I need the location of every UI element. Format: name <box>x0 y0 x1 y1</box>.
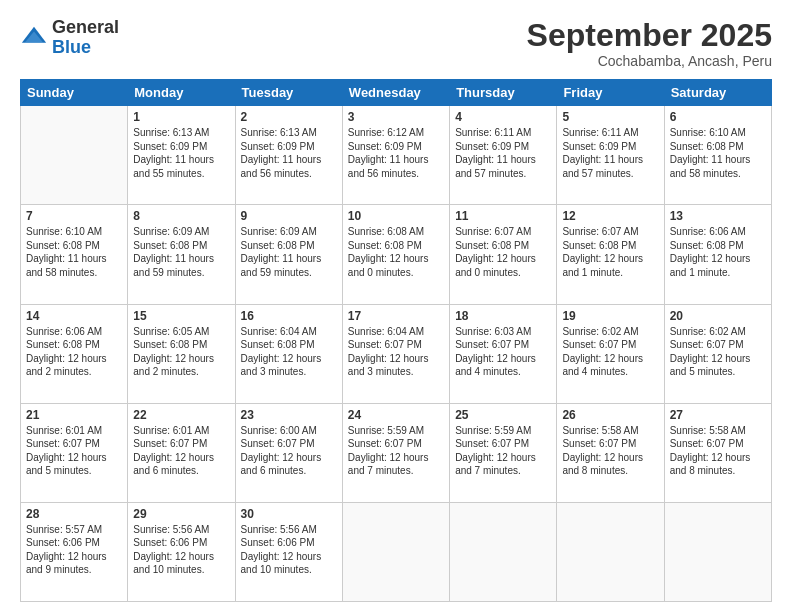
day-number: 3 <box>348 110 444 124</box>
table-row: 20Sunrise: 6:02 AM Sunset: 6:07 PM Dayli… <box>664 304 771 403</box>
cell-content: Sunrise: 6:05 AM Sunset: 6:08 PM Dayligh… <box>133 325 229 379</box>
day-number: 29 <box>133 507 229 521</box>
location: Cochabamba, Ancash, Peru <box>527 53 772 69</box>
calendar-header-row: Sunday Monday Tuesday Wednesday Thursday… <box>21 80 772 106</box>
calendar-week-1: 1Sunrise: 6:13 AM Sunset: 6:09 PM Daylig… <box>21 106 772 205</box>
day-number: 10 <box>348 209 444 223</box>
day-number: 15 <box>133 309 229 323</box>
cell-content: Sunrise: 5:57 AM Sunset: 6:06 PM Dayligh… <box>26 523 122 577</box>
day-number: 12 <box>562 209 658 223</box>
cell-content: Sunrise: 6:10 AM Sunset: 6:08 PM Dayligh… <box>670 126 766 180</box>
table-row <box>342 502 449 601</box>
day-number: 14 <box>26 309 122 323</box>
day-number: 7 <box>26 209 122 223</box>
day-number: 5 <box>562 110 658 124</box>
calendar-table: Sunday Monday Tuesday Wednesday Thursday… <box>20 79 772 602</box>
cell-content: Sunrise: 6:07 AM Sunset: 6:08 PM Dayligh… <box>562 225 658 279</box>
table-row: 9Sunrise: 6:09 AM Sunset: 6:08 PM Daylig… <box>235 205 342 304</box>
cell-content: Sunrise: 6:04 AM Sunset: 6:08 PM Dayligh… <box>241 325 337 379</box>
day-number: 2 <box>241 110 337 124</box>
cell-content: Sunrise: 6:03 AM Sunset: 6:07 PM Dayligh… <box>455 325 551 379</box>
table-row: 11Sunrise: 6:07 AM Sunset: 6:08 PM Dayli… <box>450 205 557 304</box>
cell-content: Sunrise: 6:02 AM Sunset: 6:07 PM Dayligh… <box>562 325 658 379</box>
calendar-week-3: 14Sunrise: 6:06 AM Sunset: 6:08 PM Dayli… <box>21 304 772 403</box>
day-number: 24 <box>348 408 444 422</box>
logo-icon <box>20 24 48 52</box>
cell-content: Sunrise: 6:00 AM Sunset: 6:07 PM Dayligh… <box>241 424 337 478</box>
cell-content: Sunrise: 6:06 AM Sunset: 6:08 PM Dayligh… <box>670 225 766 279</box>
day-number: 11 <box>455 209 551 223</box>
table-row: 13Sunrise: 6:06 AM Sunset: 6:08 PM Dayli… <box>664 205 771 304</box>
table-row: 17Sunrise: 6:04 AM Sunset: 6:07 PM Dayli… <box>342 304 449 403</box>
table-row: 8Sunrise: 6:09 AM Sunset: 6:08 PM Daylig… <box>128 205 235 304</box>
day-number: 9 <box>241 209 337 223</box>
page: General Blue September 2025 Cochabamba, … <box>0 0 792 612</box>
table-row: 25Sunrise: 5:59 AM Sunset: 6:07 PM Dayli… <box>450 403 557 502</box>
day-number: 6 <box>670 110 766 124</box>
table-row: 30Sunrise: 5:56 AM Sunset: 6:06 PM Dayli… <box>235 502 342 601</box>
table-row: 4Sunrise: 6:11 AM Sunset: 6:09 PM Daylig… <box>450 106 557 205</box>
title-block: September 2025 Cochabamba, Ancash, Peru <box>527 18 772 69</box>
cell-content: Sunrise: 5:58 AM Sunset: 6:07 PM Dayligh… <box>562 424 658 478</box>
table-row: 28Sunrise: 5:57 AM Sunset: 6:06 PM Dayli… <box>21 502 128 601</box>
col-friday: Friday <box>557 80 664 106</box>
day-number: 4 <box>455 110 551 124</box>
cell-content: Sunrise: 6:01 AM Sunset: 6:07 PM Dayligh… <box>26 424 122 478</box>
calendar-week-5: 28Sunrise: 5:57 AM Sunset: 6:06 PM Dayli… <box>21 502 772 601</box>
table-row <box>557 502 664 601</box>
calendar-week-2: 7Sunrise: 6:10 AM Sunset: 6:08 PM Daylig… <box>21 205 772 304</box>
col-saturday: Saturday <box>664 80 771 106</box>
table-row: 6Sunrise: 6:10 AM Sunset: 6:08 PM Daylig… <box>664 106 771 205</box>
header: General Blue September 2025 Cochabamba, … <box>20 18 772 69</box>
logo-text: General Blue <box>52 18 119 58</box>
table-row <box>21 106 128 205</box>
cell-content: Sunrise: 6:11 AM Sunset: 6:09 PM Dayligh… <box>562 126 658 180</box>
cell-content: Sunrise: 5:59 AM Sunset: 6:07 PM Dayligh… <box>348 424 444 478</box>
table-row: 2Sunrise: 6:13 AM Sunset: 6:09 PM Daylig… <box>235 106 342 205</box>
day-number: 16 <box>241 309 337 323</box>
cell-content: Sunrise: 6:11 AM Sunset: 6:09 PM Dayligh… <box>455 126 551 180</box>
day-number: 27 <box>670 408 766 422</box>
cell-content: Sunrise: 6:08 AM Sunset: 6:08 PM Dayligh… <box>348 225 444 279</box>
table-row: 12Sunrise: 6:07 AM Sunset: 6:08 PM Dayli… <box>557 205 664 304</box>
day-number: 22 <box>133 408 229 422</box>
table-row: 27Sunrise: 5:58 AM Sunset: 6:07 PM Dayli… <box>664 403 771 502</box>
cell-content: Sunrise: 6:13 AM Sunset: 6:09 PM Dayligh… <box>241 126 337 180</box>
cell-content: Sunrise: 5:56 AM Sunset: 6:06 PM Dayligh… <box>241 523 337 577</box>
day-number: 28 <box>26 507 122 521</box>
cell-content: Sunrise: 6:02 AM Sunset: 6:07 PM Dayligh… <box>670 325 766 379</box>
col-thursday: Thursday <box>450 80 557 106</box>
table-row: 23Sunrise: 6:00 AM Sunset: 6:07 PM Dayli… <box>235 403 342 502</box>
cell-content: Sunrise: 5:59 AM Sunset: 6:07 PM Dayligh… <box>455 424 551 478</box>
table-row: 16Sunrise: 6:04 AM Sunset: 6:08 PM Dayli… <box>235 304 342 403</box>
cell-content: Sunrise: 6:01 AM Sunset: 6:07 PM Dayligh… <box>133 424 229 478</box>
month-title: September 2025 <box>527 18 772 53</box>
table-row: 7Sunrise: 6:10 AM Sunset: 6:08 PM Daylig… <box>21 205 128 304</box>
logo-blue-text: Blue <box>52 38 119 58</box>
table-row: 19Sunrise: 6:02 AM Sunset: 6:07 PM Dayli… <box>557 304 664 403</box>
table-row: 3Sunrise: 6:12 AM Sunset: 6:09 PM Daylig… <box>342 106 449 205</box>
col-monday: Monday <box>128 80 235 106</box>
table-row: 1Sunrise: 6:13 AM Sunset: 6:09 PM Daylig… <box>128 106 235 205</box>
logo: General Blue <box>20 18 119 58</box>
cell-content: Sunrise: 6:10 AM Sunset: 6:08 PM Dayligh… <box>26 225 122 279</box>
table-row: 15Sunrise: 6:05 AM Sunset: 6:08 PM Dayli… <box>128 304 235 403</box>
cell-content: Sunrise: 5:58 AM Sunset: 6:07 PM Dayligh… <box>670 424 766 478</box>
table-row: 29Sunrise: 5:56 AM Sunset: 6:06 PM Dayli… <box>128 502 235 601</box>
day-number: 13 <box>670 209 766 223</box>
col-sunday: Sunday <box>21 80 128 106</box>
table-row: 24Sunrise: 5:59 AM Sunset: 6:07 PM Dayli… <box>342 403 449 502</box>
col-wednesday: Wednesday <box>342 80 449 106</box>
table-row: 10Sunrise: 6:08 AM Sunset: 6:08 PM Dayli… <box>342 205 449 304</box>
table-row: 18Sunrise: 6:03 AM Sunset: 6:07 PM Dayli… <box>450 304 557 403</box>
table-row <box>450 502 557 601</box>
col-tuesday: Tuesday <box>235 80 342 106</box>
table-row: 14Sunrise: 6:06 AM Sunset: 6:08 PM Dayli… <box>21 304 128 403</box>
table-row: 21Sunrise: 6:01 AM Sunset: 6:07 PM Dayli… <box>21 403 128 502</box>
day-number: 8 <box>133 209 229 223</box>
day-number: 25 <box>455 408 551 422</box>
cell-content: Sunrise: 6:12 AM Sunset: 6:09 PM Dayligh… <box>348 126 444 180</box>
cell-content: Sunrise: 6:09 AM Sunset: 6:08 PM Dayligh… <box>241 225 337 279</box>
table-row: 5Sunrise: 6:11 AM Sunset: 6:09 PM Daylig… <box>557 106 664 205</box>
day-number: 21 <box>26 408 122 422</box>
